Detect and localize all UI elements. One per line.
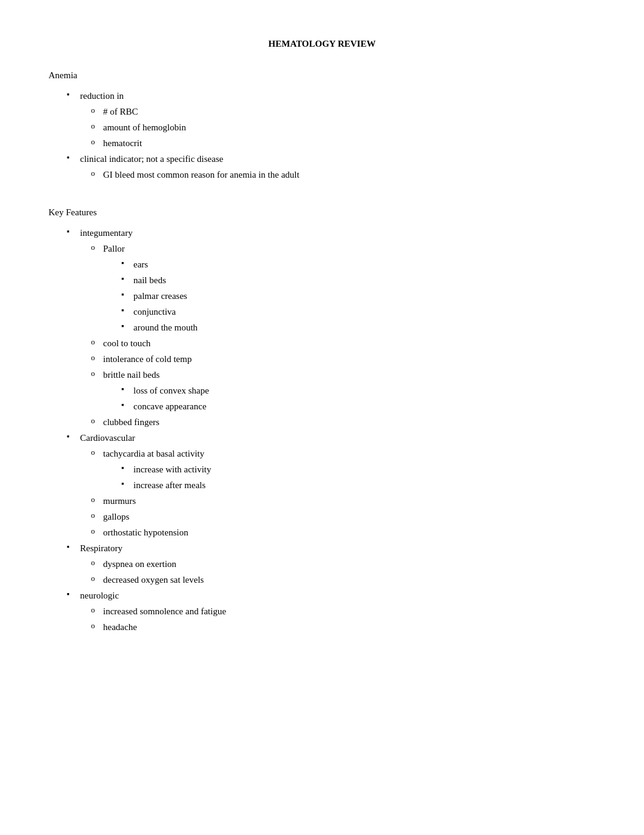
item-text: ears (133, 257, 595, 272)
list-item: ▪ Respiratory (49, 541, 595, 555)
list-item: o cool to touch (49, 336, 595, 350)
bullet-icon: o (91, 572, 103, 585)
bullet-icon: ▪ (121, 462, 133, 475)
bullet-icon: ▪ (121, 289, 133, 301)
bullet-icon: ▪ (67, 226, 80, 238)
list-item: o orthostatic hypotension (49, 525, 595, 540)
bullet-icon: o (91, 557, 103, 569)
bullet-icon: o (91, 604, 103, 617)
list-item: o murmurs (49, 494, 595, 508)
bullet-icon: ▪ (121, 304, 133, 317)
list-item: o brittle nail beds (49, 367, 595, 382)
item-text: cool to touch (103, 336, 595, 350)
list-item: o GI bleed most common reason for anemia… (49, 167, 595, 182)
bullet-icon: o (91, 336, 103, 349)
list-item: ▪ conjunctiva (49, 304, 595, 319)
bullet-icon: ▪ (121, 399, 133, 412)
bullet-icon: o (91, 620, 103, 632)
list-item: o intolerance of cold temp (49, 352, 595, 366)
list-item: ▪ reduction in (49, 89, 595, 103)
item-text: brittle nail beds (103, 367, 595, 382)
item-text: murmurs (103, 494, 595, 508)
list-item: o tachycardia at basal activity (49, 446, 595, 461)
item-text: neurologic (80, 588, 595, 603)
list-item: o Pallor (49, 241, 595, 256)
bullet-icon: ▪ (67, 588, 80, 601)
list-item: ▪ ears (49, 257, 595, 272)
bullet-icon: o (91, 446, 103, 459)
list-item: ▪ palmar creases (49, 289, 595, 303)
bullet-icon: ▪ (67, 541, 80, 554)
item-text: # of RBC (103, 104, 595, 119)
item-text: Pallor (103, 241, 595, 256)
list-item: o increased somnolence and fatigue (49, 604, 595, 619)
bullet-icon: o (91, 120, 103, 133)
list-item: ▪ loss of convex shape (49, 383, 595, 398)
bullet-icon: o (91, 367, 103, 380)
bullet-icon: ▪ (121, 383, 133, 396)
item-text: concave appearance (133, 399, 595, 414)
bullet-icon: ▪ (121, 257, 133, 270)
item-text: GI bleed most common reason for anemia i… (103, 167, 595, 182)
item-text: tachycardia at basal activity (103, 446, 595, 461)
bullet-icon: ▪ (67, 152, 80, 164)
item-text: conjunctiva (133, 304, 595, 319)
list-item: o amount of hemoglobin (49, 120, 595, 135)
list-item: ▪ integumentary (49, 226, 595, 240)
item-text: increased somnolence and fatigue (103, 604, 595, 619)
list-item: ▪ clinical indicator; not a specific dis… (49, 152, 595, 166)
item-text: Cardiovascular (80, 431, 595, 445)
item-text: clubbed fingers (103, 415, 595, 429)
list-item: ▪ increase with activity (49, 462, 595, 477)
item-text: loss of convex shape (133, 383, 595, 398)
bullet-icon: ▪ (121, 273, 133, 286)
list-item: o decreased oxygen sat levels (49, 572, 595, 587)
item-text: orthostatic hypotension (103, 525, 595, 540)
item-text: nail beds (133, 273, 595, 287)
list-item: ▪ Cardiovascular (49, 431, 595, 445)
item-text: around the mouth (133, 320, 595, 335)
item-text: palmar creases (133, 289, 595, 303)
list-item: o gallops (49, 509, 595, 524)
bullet-icon: ▪ (121, 320, 133, 333)
section-heading-key-features: Key Features (49, 205, 595, 220)
bullet-icon: o (91, 352, 103, 364)
list-item: ▪ concave appearance (49, 399, 595, 414)
bullet-icon: o (91, 167, 103, 180)
bullet-icon: ▪ (67, 89, 80, 101)
item-text: increase after meals (133, 478, 595, 492)
item-text: decreased oxygen sat levels (103, 572, 595, 587)
list-item: ▪ increase after meals (49, 478, 595, 492)
bullet-icon: o (91, 415, 103, 428)
page-title: HEMATOLOGY REVIEW (49, 36, 595, 51)
item-text: clinical indicator; not a specific disea… (80, 152, 595, 166)
list-item: ▪ around the mouth (49, 320, 595, 335)
bullet-icon: o (91, 136, 103, 149)
bullet-icon: ▪ (67, 431, 80, 443)
item-text: intolerance of cold temp (103, 352, 595, 366)
item-text: increase with activity (133, 462, 595, 477)
list-item: o dyspnea on exertion (49, 557, 595, 571)
item-text: reduction in (80, 89, 595, 103)
list-item: ▪ neurologic (49, 588, 595, 603)
item-text: integumentary (80, 226, 595, 240)
bullet-icon: o (91, 525, 103, 538)
list-item: o headache (49, 620, 595, 634)
item-text: gallops (103, 509, 595, 524)
item-text: amount of hemoglobin (103, 120, 595, 135)
bullet-icon: o (91, 104, 103, 117)
list-item: o clubbed fingers (49, 415, 595, 429)
list-item: ▪ nail beds (49, 273, 595, 287)
bullet-icon: o (91, 494, 103, 506)
item-text: headache (103, 620, 595, 634)
bullet-icon: ▪ (121, 478, 133, 491)
list-item: o hematocrit (49, 136, 595, 150)
bullet-icon: o (91, 509, 103, 522)
item-text: hematocrit (103, 136, 595, 150)
item-text: dyspnea on exertion (103, 557, 595, 571)
section-heading-anemia: Anemia (49, 68, 595, 82)
bullet-icon: o (91, 241, 103, 254)
item-text: Respiratory (80, 541, 595, 555)
list-item: o # of RBC (49, 104, 595, 119)
